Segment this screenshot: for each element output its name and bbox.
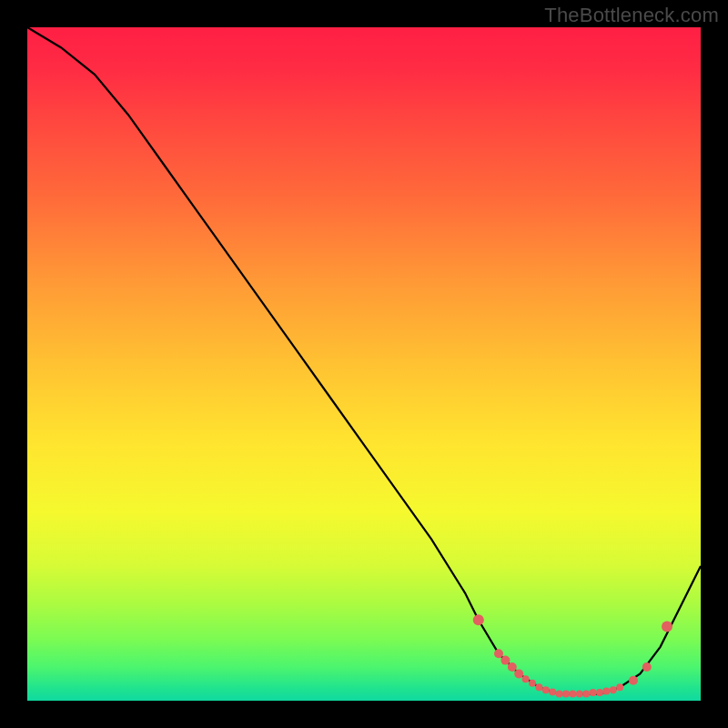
marker-dot [642,662,652,672]
marker-dot [576,691,583,698]
marker-dot [596,689,603,696]
marker-dot [508,662,517,672]
bottleneck-curve [27,27,701,694]
marker-dots-group [473,614,672,697]
marker-dot [473,614,484,625]
marker-dot [514,669,523,678]
marker-dot [535,683,542,691]
marker-dot [602,688,610,695]
marker-dot [629,676,638,685]
marker-dot [582,691,590,698]
marker-dot [569,691,576,698]
marker-dot [562,691,570,698]
marker-dot [549,688,556,695]
chart-frame: TheBottleneck.com [0,0,728,728]
marker-dot [529,680,536,687]
marker-dot [610,686,617,693]
marker-dot [494,649,503,658]
marker-dot [522,675,530,682]
marker-dot [500,656,510,665]
marker-dot [662,622,672,632]
marker-dot [556,691,563,698]
chart-svg [27,27,701,701]
marker-dot [542,686,550,693]
marker-dot [616,683,623,691]
marker-dot [590,689,597,696]
watermark-label: TheBottleneck.com [544,4,719,27]
